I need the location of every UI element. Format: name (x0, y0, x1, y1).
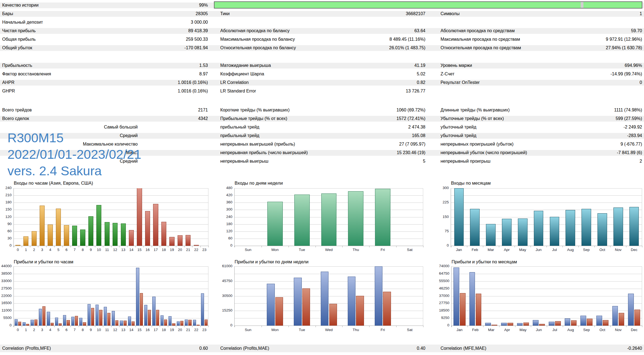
profit-loss-by-month-plot-area (452, 266, 642, 326)
y-axis-line (13, 188, 14, 247)
gridline (235, 318, 423, 318)
stat-value: 59.70 (547, 28, 642, 33)
profit-loss-by-hour-y-tick-label: 27500 (0, 286, 12, 290)
gridline (452, 289, 642, 289)
entries-by-hour-x-tick-label: 13 (119, 248, 127, 252)
gridline (235, 266, 423, 267)
profit-loss-by-hour-loss-bar (34, 320, 37, 326)
stat-label: Общий убыток (2, 45, 32, 50)
profit-loss-by-weekday-loss-bar (329, 304, 337, 326)
profit-loss-by-hour-profit-bar (23, 322, 26, 326)
stat-value: 2 474.38 (330, 125, 425, 130)
profit-loss-by-hour-loss-bar (124, 321, 127, 326)
profit-loss-by-month-y-tick-label: 0 (425, 323, 449, 327)
entries-by-month-x-tick-label: Jan (451, 248, 467, 252)
stat-value: 0.40 (330, 346, 425, 351)
stat-value: 13 726.77 (330, 89, 425, 94)
profit-loss-by-month-loss-bar (476, 294, 482, 326)
gridline (452, 281, 642, 282)
profit-loss-by-weekday-x-tick-label: Thu (342, 328, 369, 332)
stat-value: -7 841.89 (6) (547, 150, 642, 155)
gridline (14, 289, 208, 289)
gridline (451, 203, 642, 203)
profit-loss-by-hour-loss-bar (42, 306, 45, 326)
profit-loss-by-hour-x-tick-label: 23 (200, 328, 208, 332)
entries-by-hour-x-tick-label: 22 (192, 248, 200, 252)
entries-by-hour-bar (129, 230, 134, 246)
entries-by-hour-x-tick-label: 0 (14, 248, 22, 252)
gridline (14, 303, 208, 304)
profit-loss-by-weekday-x-tick-label: Sun (235, 328, 262, 332)
entries-by-month-x-tick-label: Feb (467, 248, 483, 252)
profit-loss-by-hour-y-tick-label: 0 (0, 323, 12, 327)
stat-value: 1 (547, 11, 642, 16)
entries-by-weekday-x-tick-label: Tue (289, 248, 316, 252)
entries-by-hour-x-tick-label: 23 (200, 248, 208, 252)
profit-loss-by-weekday-loss-bar (275, 297, 283, 326)
stat-label: Уровень маржи (441, 63, 472, 68)
profit-loss-by-month-x-tick-label: Sep (578, 328, 594, 332)
profit-loss-by-hour-loss-bar (18, 322, 21, 326)
profit-loss-by-hour-x-tick-label: 13 (119, 328, 127, 332)
stat-value: 5 (330, 159, 425, 164)
stat-label: непрерывная прибыль (число выигрышей) (220, 150, 308, 155)
entries-by-month-bar (613, 207, 623, 246)
entries-by-hour-bar (48, 225, 53, 246)
entries-by-month-x-tick-label: Nov (610, 248, 626, 252)
stat-label: Максимальная просадка по средствам (441, 37, 520, 42)
profit-loss-by-weekday-y-tick-label: 15250 (208, 308, 232, 312)
table-row: Прибыльность1.53Матожидание выигрыша41.1… (0, 63, 644, 69)
stat-value: 89 418.39 (116, 28, 208, 33)
gridline (14, 281, 208, 282)
stat-value: 2171 (116, 108, 208, 113)
profit-loss-by-month-loss-bar (619, 313, 624, 326)
profit-loss-by-hour-x-tick-label: 7 (70, 328, 78, 332)
profit-loss-by-hour-profit-bar (144, 305, 147, 326)
stat-label: LR Standard Error (220, 89, 256, 94)
profit-loss-by-hour-x-tick-label: 11 (103, 328, 111, 332)
profit-loss-by-month-y-tick-label: 18500 (425, 308, 449, 312)
profit-loss-by-month-profit-bar (453, 267, 459, 326)
stat-label: Длинные трейды (% выигравших) (441, 108, 510, 113)
stat-value: 2 (547, 159, 642, 164)
entries-by-month-bar (502, 219, 512, 246)
profit-loss-by-weekday-x-tick-label: Tue (289, 328, 316, 332)
x-axis-line (13, 246, 209, 246)
entries-by-month-bar (534, 211, 544, 246)
gridline (451, 195, 642, 196)
entries-by-hour-bar (105, 222, 110, 246)
stat-value: 1.0016 (0.16%) (116, 89, 208, 94)
entries-by-hour-x-tick-label: 3 (38, 248, 46, 252)
stat-value: 27 (7 095.97) (330, 142, 425, 147)
profit-loss-by-hour-profit-bar (136, 268, 139, 326)
profit-loss-by-hour-loss-bar (156, 310, 159, 326)
stat-label: Z-Счет (441, 72, 455, 77)
stat-label: прибыльный трейд (220, 125, 259, 130)
entries-by-hour-bar (145, 211, 150, 246)
stat-label: Абсолютная просадка по средствам (441, 28, 515, 33)
profit-loss-by-hour-loss-bar (180, 321, 183, 326)
profit-loss-by-hour-y-tick-label: 11000 (0, 308, 12, 312)
stat-value: 3 000.00 (116, 20, 208, 25)
entries-by-month-bar (597, 213, 607, 246)
stat-label: Общая прибыль (2, 37, 36, 42)
entries-by-weekday-y-tick-label: 240 (208, 215, 232, 219)
profit-loss-by-hour-loss-bar (172, 323, 175, 326)
entries-by-hour-x-tick-label: 11 (103, 248, 111, 252)
profit-loss-by-hour-loss-bar (205, 320, 208, 326)
entries-by-hour-bar (113, 223, 118, 246)
entries-by-hour-x-tick-label: 14 (127, 248, 135, 252)
entries-by-hour-bar (186, 235, 191, 246)
stat-value: 165.08 (330, 133, 425, 138)
stat-label: LR Correlation (220, 80, 249, 85)
stat-label: Короткие трейды (% выигравших) (220, 108, 290, 113)
stat-value: 99% (116, 3, 208, 8)
profit-loss-by-month-profit-bar (533, 320, 539, 326)
profit-loss-by-hour-x-tick-label: 19 (168, 328, 176, 332)
profit-loss-by-hour-x-tick-label: 1 (22, 328, 30, 332)
stat-label: Прибыльные трейды (% от всех) (220, 116, 287, 121)
stat-label: AHPR (2, 80, 14, 85)
profit-loss-by-hour-loss-bar (67, 320, 70, 326)
table-row: Среднийприбыльный трейд165.08убыточный т… (0, 133, 644, 139)
gridline (235, 296, 423, 296)
